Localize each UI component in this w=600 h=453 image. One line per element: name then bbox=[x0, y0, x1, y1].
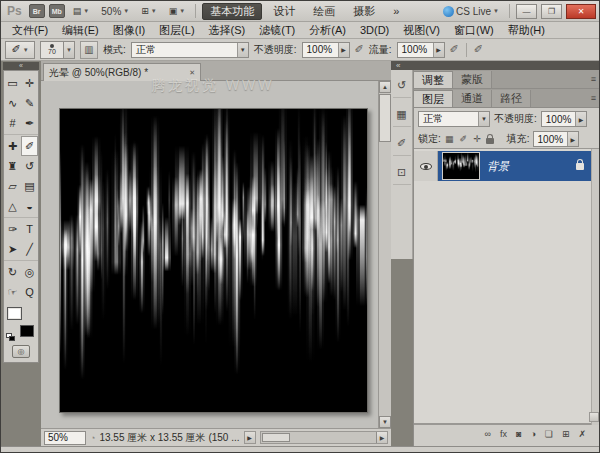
tool-type[interactable]: T bbox=[21, 219, 38, 239]
tool-3d-orbit[interactable]: ◎ bbox=[21, 262, 38, 282]
vertical-scroll-thumb[interactable] bbox=[379, 94, 391, 142]
new-adjustment-layer-icon[interactable]: ◑ bbox=[530, 429, 535, 439]
foreground-color-swatch[interactable] bbox=[7, 307, 22, 320]
screen-mode-button[interactable]: ▣ ▼ bbox=[165, 3, 189, 19]
brush-preset-picker[interactable]: 70 bbox=[40, 41, 64, 59]
lock-transparent-pixels-icon[interactable]: ▦ bbox=[444, 134, 455, 144]
airbrush-icon[interactable]: ✐ bbox=[450, 43, 459, 56]
tab-paths[interactable]: 路径 bbox=[492, 90, 531, 107]
background-color-swatch[interactable] bbox=[20, 325, 34, 337]
workspace-overflow-button[interactable]: » bbox=[386, 3, 406, 20]
menu-view[interactable]: 视图(V) bbox=[396, 23, 447, 38]
layer-thumbnail[interactable] bbox=[442, 152, 480, 180]
scroll-up-icon[interactable]: ▲ bbox=[379, 81, 391, 93]
tool-zoom[interactable]: Q bbox=[21, 282, 38, 302]
panel-scrollbar[interactable] bbox=[591, 149, 600, 425]
workspace-painting[interactable]: 绘画 bbox=[306, 3, 342, 20]
tablet-pressure-icon[interactable]: ✐ bbox=[474, 43, 483, 56]
delete-layer-icon[interactable]: ✗ bbox=[578, 429, 586, 439]
visibility-cell[interactable] bbox=[414, 151, 438, 181]
status-zoom-field[interactable]: 50% bbox=[44, 431, 86, 445]
menu-layer[interactable]: 图层(L) bbox=[152, 23, 201, 38]
tool-move[interactable]: ✛ bbox=[21, 73, 38, 93]
lock-position-icon[interactable]: ✛ bbox=[472, 134, 483, 144]
workspace-essentials[interactable]: 基本功能 bbox=[202, 3, 262, 20]
layer-opacity-field[interactable]: 100% ▶ bbox=[541, 111, 587, 127]
close-button[interactable]: ✕ bbox=[566, 4, 596, 19]
panel-resize-grip[interactable] bbox=[589, 412, 599, 422]
lock-all-icon[interactable] bbox=[486, 138, 494, 144]
flow-field[interactable]: 100% ▶ bbox=[397, 42, 445, 58]
vertical-scrollbar[interactable]: ▲ ▼ bbox=[378, 81, 391, 428]
tool-rectangular-marquee[interactable]: ▭ bbox=[4, 73, 21, 93]
new-layer-icon[interactable]: ⊞ bbox=[562, 429, 570, 439]
quick-mask-button[interactable]: ◎ bbox=[12, 345, 30, 358]
tool-crop[interactable]: # bbox=[4, 113, 21, 133]
scroll-right-icon[interactable]: ▶ bbox=[376, 432, 387, 443]
zoom-level-button[interactable]: 50% ▼ bbox=[97, 3, 133, 19]
tool-path-selection[interactable]: ➤ bbox=[4, 239, 21, 259]
tool-brush[interactable]: ✐ bbox=[21, 136, 38, 156]
tool-hand[interactable]: ☞ bbox=[4, 282, 21, 302]
view-extras-button[interactable]: ▤ ▼ bbox=[69, 3, 93, 19]
bridge-button[interactable]: Br bbox=[29, 4, 45, 18]
tool-gradient[interactable]: ▤ bbox=[21, 176, 38, 196]
tool-eraser[interactable]: ▱ bbox=[4, 176, 21, 196]
blend-mode-select[interactable]: 正常 ▼ bbox=[131, 42, 249, 58]
lock-image-pixels-icon[interactable]: ✐ bbox=[458, 134, 469, 144]
tool-history-brush[interactable]: ↺ bbox=[21, 156, 38, 176]
brush-preset-dropdown[interactable]: ▼ bbox=[64, 41, 75, 59]
minimize-button[interactable]: — bbox=[516, 4, 537, 19]
tab-adjustments[interactable]: 调整 bbox=[414, 71, 453, 88]
tool-lasso[interactable]: ∿ bbox=[4, 93, 21, 113]
document-tab[interactable]: 光晕 @ 50%(RGB/8) * ✕ bbox=[43, 63, 201, 81]
panel-menu-icon[interactable]: ≡ bbox=[591, 93, 596, 103]
opacity-field[interactable]: 100% ▶ bbox=[302, 42, 350, 58]
menu-file[interactable]: 文件(F) bbox=[5, 23, 55, 38]
workspace-photography[interactable]: 摄影 bbox=[346, 3, 382, 20]
tab-masks[interactable]: 蒙版 bbox=[453, 71, 492, 88]
menu-select[interactable]: 选择(S) bbox=[202, 23, 253, 38]
link-layers-icon[interactable]: ∞ bbox=[485, 429, 491, 439]
history-panel-icon[interactable]: ↺ bbox=[393, 74, 411, 98]
default-colors-icon[interactable] bbox=[6, 333, 15, 341]
tab-layers[interactable]: 图层 bbox=[414, 90, 453, 107]
brush-presets-panel-icon[interactable]: ✐ bbox=[393, 132, 411, 156]
tab-channels[interactable]: 通道 bbox=[453, 90, 492, 107]
menu-analysis[interactable]: 分析(A) bbox=[302, 23, 353, 38]
menu-edit[interactable]: 编辑(E) bbox=[55, 23, 106, 38]
tool-healing-brush[interactable]: ✚ bbox=[4, 136, 21, 156]
clone-source-panel-icon[interactable]: ⊡ bbox=[393, 161, 411, 185]
layer-style-icon[interactable]: fx bbox=[500, 429, 507, 439]
tool-quick-selection[interactable]: ✎ bbox=[21, 93, 38, 113]
tool-blur[interactable]: △ bbox=[4, 196, 21, 216]
menu-window[interactable]: 窗口(W) bbox=[447, 23, 501, 38]
dock-collapse-bar[interactable]: « bbox=[391, 61, 600, 70]
add-layer-mask-icon[interactable]: ◙ bbox=[516, 429, 521, 439]
panel-menu-icon[interactable]: ≡ bbox=[591, 74, 596, 84]
horizontal-scrollbar[interactable]: ▶ bbox=[260, 431, 388, 444]
document-canvas[interactable] bbox=[59, 108, 368, 413]
fill-field[interactable]: 100% ▶ bbox=[533, 131, 579, 147]
tool-dodge[interactable]: ◒ bbox=[21, 196, 38, 216]
airbrush-opacity-icon[interactable]: ✐ bbox=[355, 43, 364, 56]
tool-eyedropper[interactable]: ✒ bbox=[21, 113, 38, 133]
arrange-documents-button[interactable]: ⊞ ▼ bbox=[137, 3, 161, 19]
swatches-panel-icon[interactable]: ▦ bbox=[393, 103, 411, 127]
tool-preset-picker[interactable]: ✐ ▼ bbox=[5, 41, 35, 59]
toolbox-collapse-bar[interactable]: « bbox=[3, 62, 39, 70]
workspace-design[interactable]: 设计 bbox=[266, 3, 302, 20]
layer-row-background[interactable]: 背景 bbox=[414, 151, 592, 181]
mini-bridge-button[interactable]: Mb bbox=[49, 4, 65, 18]
tool-line[interactable]: ╱ bbox=[21, 239, 38, 259]
layer-blend-mode-select[interactable]: 正常 ▼ bbox=[418, 111, 490, 127]
scroll-down-icon[interactable]: ▼ bbox=[379, 416, 391, 428]
menu-filter[interactable]: 滤镜(T) bbox=[252, 23, 302, 38]
tool-pen[interactable]: ✑ bbox=[4, 219, 21, 239]
tool-3d-rotate[interactable]: ↻ bbox=[4, 262, 21, 282]
horizontal-scroll-thumb[interactable] bbox=[262, 433, 290, 442]
restore-button[interactable]: ❐ bbox=[541, 4, 562, 19]
menu-help[interactable]: 帮助(H) bbox=[501, 23, 552, 38]
menu-image[interactable]: 图像(I) bbox=[106, 23, 152, 38]
close-document-icon[interactable]: ✕ bbox=[189, 69, 195, 77]
